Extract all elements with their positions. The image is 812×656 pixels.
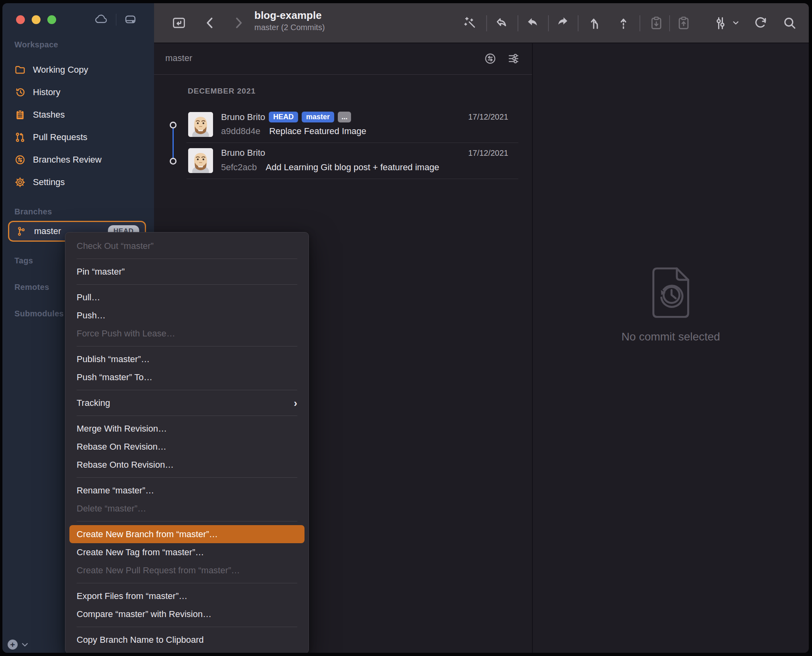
open-repo-icon xyxy=(172,16,186,30)
save-stash-button[interactable] xyxy=(675,14,692,32)
menu-item-push-to[interactable]: Push “master” To… xyxy=(69,368,304,386)
submenu-chevron-icon: › xyxy=(294,398,297,408)
clipboard-icon xyxy=(14,109,26,120)
commit-hash: 5efc2acb xyxy=(221,162,257,173)
pull-request-icon xyxy=(14,132,26,143)
menu-separator xyxy=(77,390,297,390)
menu-item-pull[interactable]: Pull… xyxy=(69,288,304,306)
stash-save-clipboard-up-icon xyxy=(676,16,691,30)
pull-arrow-icon xyxy=(526,16,540,30)
sidebar-item-history[interactable]: History xyxy=(2,81,154,104)
rebase-button[interactable] xyxy=(615,14,632,32)
sidebar-item-label: Settings xyxy=(33,177,65,187)
traffic-lights xyxy=(16,15,63,26)
search-icon xyxy=(782,16,797,30)
menu-item-delete: Delete “master”… xyxy=(69,499,304,517)
merge-button[interactable] xyxy=(587,14,604,32)
add-repository-button[interactable]: + xyxy=(8,640,18,650)
titlebar-divider xyxy=(116,14,116,26)
menu-item-tracking[interactable]: Tracking › xyxy=(69,394,304,412)
quick-actions-button[interactable] xyxy=(461,14,479,32)
chevron-down-icon[interactable] xyxy=(21,642,29,648)
open-repo-button[interactable] xyxy=(170,14,188,32)
commit-message: Add Learning Git blog post + featured im… xyxy=(266,162,439,173)
sidebar-item-settings[interactable]: Settings xyxy=(2,171,154,194)
toolbar-divider xyxy=(518,15,518,31)
branch-filter-value[interactable]: master xyxy=(165,53,192,63)
workspace-section-label: Workspace xyxy=(14,40,58,49)
undo-arrow-icon xyxy=(494,16,509,30)
toolbar-divider xyxy=(548,15,549,31)
drive-icon[interactable] xyxy=(123,13,138,26)
menu-item-publish[interactable]: Publish “master”… xyxy=(69,350,304,368)
view-options-dropdown[interactable] xyxy=(731,14,741,32)
head-badge: HEAD xyxy=(269,112,298,122)
filter-sliders-icon[interactable] xyxy=(507,52,520,65)
menu-item-rename[interactable]: Rename “master”… xyxy=(69,481,304,499)
chevron-down-icon xyxy=(732,20,739,26)
rebase-dashed-arrow-icon xyxy=(616,16,631,30)
refresh-button[interactable] xyxy=(752,14,769,32)
undo-button[interactable] xyxy=(493,14,510,32)
apply-stash-button[interactable] xyxy=(648,14,665,32)
menu-item-rebase-onto-revision[interactable]: Rebase Onto Revision… xyxy=(69,456,304,474)
pull-button[interactable] xyxy=(524,14,542,32)
compare-swap-circle-icon[interactable] xyxy=(484,52,497,65)
sidebar-item-working-copy[interactable]: Working Copy xyxy=(2,59,154,81)
more-refs-badge[interactable]: ... xyxy=(338,112,351,122)
menu-item-create-new-tag[interactable]: Create New Tag from “master”… xyxy=(69,543,304,561)
zoom-button[interactable] xyxy=(47,15,56,24)
menu-item-force-push: Force Push with Lease… xyxy=(69,324,304,342)
merge-icon xyxy=(588,16,603,30)
document-history-icon xyxy=(646,266,695,319)
commit-graph-node[interactable] xyxy=(170,158,177,165)
forward-button[interactable] xyxy=(229,14,247,32)
sidebar-item-branches-review[interactable]: Branches Review xyxy=(2,149,154,171)
commit-message: Replace Featured Image xyxy=(269,126,366,136)
app-window: Workspace Working Copy History Stashes P… xyxy=(2,3,809,653)
history-clock-icon xyxy=(14,87,26,98)
menu-item-copy-branch-name[interactable]: Copy Branch Name to Clipboard xyxy=(69,631,304,649)
commit-row[interactable]: Bruno Brito HEAD master ... 17/12/2021 a… xyxy=(187,107,518,143)
toolbar-divider xyxy=(578,15,579,31)
commit-graph-node[interactable] xyxy=(170,122,177,128)
menu-item-compare-with-revision[interactable]: Compare “master” with Revision… xyxy=(69,605,304,623)
close-button[interactable] xyxy=(16,15,25,24)
back-chevron-icon xyxy=(203,16,217,30)
branch-filter-bar[interactable]: master xyxy=(154,43,532,75)
commit-graph-line xyxy=(173,125,174,161)
menu-item-create-new-pull-request: Create New Pull Request from “master”… xyxy=(69,561,304,579)
search-button[interactable] xyxy=(781,14,798,32)
menu-separator xyxy=(77,416,297,416)
back-button[interactable] xyxy=(201,14,219,32)
sidebar-item-label: History xyxy=(33,87,60,98)
minimize-button[interactable] xyxy=(32,15,41,24)
menu-item-rebase-on-revision[interactable]: Rebase On Revision… xyxy=(69,438,304,456)
swap-circle-icon xyxy=(14,154,26,165)
window-title-block: blog-example master (2 Commits) xyxy=(254,9,325,33)
remotes-section-label[interactable]: Remotes xyxy=(14,283,49,292)
tags-section-label[interactable]: Tags xyxy=(14,256,33,265)
sidebar-item-stashes[interactable]: Stashes xyxy=(2,104,154,126)
sidebar-item-pull-requests[interactable]: Pull Requests xyxy=(2,126,154,149)
menu-item-push[interactable]: Push… xyxy=(69,306,304,324)
menu-item-export-files[interactable]: Export Files from “master”… xyxy=(69,587,304,605)
view-options-button[interactable] xyxy=(712,14,729,32)
menu-separator xyxy=(77,284,297,285)
menu-item-create-new-branch[interactable]: Create New Branch from “master”… xyxy=(69,525,304,543)
folder-icon xyxy=(14,64,26,75)
push-arrow-icon xyxy=(555,16,570,30)
view-options-sliders-icon xyxy=(713,16,728,30)
submodules-section-label[interactable]: Submodules xyxy=(14,309,64,318)
menu-item-pin[interactable]: Pin “master” xyxy=(69,263,304,281)
branches-section-label: Branches xyxy=(14,207,52,216)
branch-name: master xyxy=(34,226,61,236)
branch-context-menu: Check Out “master” Pin “master” Pull… Pu… xyxy=(65,232,309,653)
menu-item-merge-with-revision[interactable]: Merge With Revision… xyxy=(69,420,304,438)
commit-detail-panel: No commit selected xyxy=(532,43,809,653)
empty-state-message: No commit selected xyxy=(621,330,720,343)
menu-separator xyxy=(77,521,297,522)
push-button[interactable] xyxy=(554,14,571,32)
commit-row[interactable]: Bruno Brito 17/12/2021 5efc2acb Add Lear… xyxy=(187,143,518,179)
cloud-icon[interactable] xyxy=(94,13,109,26)
